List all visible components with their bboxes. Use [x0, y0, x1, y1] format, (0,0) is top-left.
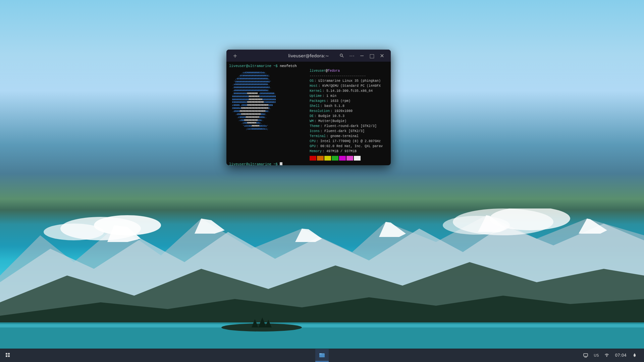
info-hostname: fedora: [328, 69, 340, 73]
info-cpu: CPU: Intel i7-7700HQ (8) @ 2.807GHz: [310, 139, 388, 144]
info-icons: Icons: Fluent-dark [GTK2/3]: [310, 129, 388, 134]
svg-rect-26: [6, 355, 7, 357]
system-info: liveuser@fedora ------------------------…: [310, 68, 388, 161]
swatch-3: [324, 156, 331, 161]
taskbar-right: US 07:04: [580, 350, 644, 361]
terminal-title: liveuser@fedora:~: [288, 53, 329, 58]
notification-icon: [632, 353, 637, 358]
neofetch-output: .cdONNNNNNNNXOdc. .dXNNNNNNNNNNNNNNNKd; …: [229, 68, 388, 161]
terminal-window: + liveuser@fedora:~ ⋯ ─ □ ✕ liveuser@ult…: [226, 50, 391, 165]
svg-rect-36: [634, 356, 635, 357]
file-manager-taskbar-button[interactable]: [315, 349, 329, 362]
minimize-button[interactable]: ─: [357, 51, 367, 60]
svg-point-22: [340, 54, 342, 56]
info-username: liveuser: [310, 69, 326, 73]
shell-prompt-line: liveuser@ultramarine ~$: [229, 162, 388, 165]
swatch-6: [346, 156, 353, 161]
shell-prompt: liveuser@ultramarine ~$: [229, 162, 278, 165]
info-resolution: Resolution: 644x362: [310, 109, 388, 114]
svg-point-37: [634, 353, 635, 354]
info-packages: Packages: 1633 (rpm): [310, 99, 388, 104]
search-icon: [339, 53, 344, 58]
info-uptime: Uptime: 1 min: [310, 94, 388, 99]
apps-grid-button[interactable]: [3, 350, 13, 361]
network-icon: [604, 353, 609, 358]
display-icon: [583, 353, 588, 358]
svg-line-23: [342, 56, 344, 58]
info-host: Host: KVM/QEMU (Standard PC (i440FX: [310, 83, 388, 88]
svg-rect-31: [584, 354, 588, 356]
menu-button[interactable]: ⋯: [347, 51, 357, 60]
command-line: liveuser@ultramarine ~$ neofetch: [229, 64, 388, 68]
landscape-svg: [0, 208, 644, 349]
info-os: OS: Ultramarine Linux 35 (phingkan): [310, 78, 388, 83]
system-time: 07:04: [615, 353, 627, 358]
window-controls: ⋯ ─ □ ✕: [337, 51, 387, 60]
keyboard-layout-label: US: [594, 353, 599, 358]
svg-point-18: [44, 224, 104, 240]
notification-button[interactable]: [629, 350, 640, 361]
swatch-7: [354, 156, 361, 161]
info-theme: Theme: Fluent-round-dark [GTK2/3]: [310, 124, 388, 129]
command-text: neofetch: [280, 64, 297, 68]
svg-rect-30: [319, 353, 322, 354]
swatch-4: [332, 156, 338, 161]
svg-rect-29: [319, 354, 325, 357]
svg-rect-27: [8, 355, 10, 357]
info-de: DE: Budgie 10.5.3: [310, 114, 388, 119]
prompt-user: liveuser@ultramarine ~$: [229, 64, 278, 68]
taskbar-left: [0, 350, 13, 361]
network-button[interactable]: [601, 350, 612, 361]
svg-rect-25: [8, 353, 10, 355]
info-kernel: Kernel: 5.14.10-300.fc35.x86_64: [310, 88, 388, 94]
keyboard-layout[interactable]: US: [594, 353, 599, 358]
svg-point-35: [606, 356, 607, 357]
info-separator: ----------------------------: [310, 73, 388, 78]
swatch-2: [317, 156, 324, 161]
info-shell: Shell: bash 5.1.8: [310, 104, 388, 109]
color-swatches: [310, 156, 388, 161]
close-button[interactable]: ✕: [377, 51, 387, 60]
terminal-body[interactable]: liveuser@ultramarine ~$ neofetch .cdONNN…: [226, 62, 391, 165]
svg-rect-24: [6, 353, 7, 355]
swatch-5: [339, 156, 346, 161]
svg-point-17: [94, 215, 161, 235]
username-line: liveuser@fedora: [310, 68, 388, 73]
search-button[interactable]: [337, 51, 346, 60]
info-memory: Memory: 497MiB / 937MiB: [310, 149, 388, 154]
grid-icon: [5, 353, 11, 358]
info-terminal: Terminal: gnome-terminal: [310, 134, 388, 139]
cursor: [280, 162, 282, 165]
info-gpu: GPU: 00:02.0 Red Hat, Inc. QXL parav: [310, 144, 388, 149]
swatch-1: [310, 156, 316, 161]
file-manager-icon: [319, 352, 325, 358]
taskbar: US 07:04: [0, 349, 644, 362]
tray-icon-1[interactable]: [580, 350, 591, 361]
info-wm: WM: Mutter(Budgie): [310, 119, 388, 124]
svg-point-21: [443, 216, 510, 235]
maximize-button[interactable]: □: [367, 51, 377, 60]
taskbar-center: [315, 349, 329, 362]
add-tab-button[interactable]: +: [230, 51, 240, 60]
time-display: 07:04: [615, 353, 627, 358]
ascii-art: .cdONNNNNNNNXOdc. .dXNNNNNNNNNNNNNNNKd; …: [229, 68, 306, 161]
terminal-titlebar: + liveuser@fedora:~ ⋯ ─ □ ✕: [226, 50, 391, 62]
svg-rect-11: [0, 324, 644, 327]
